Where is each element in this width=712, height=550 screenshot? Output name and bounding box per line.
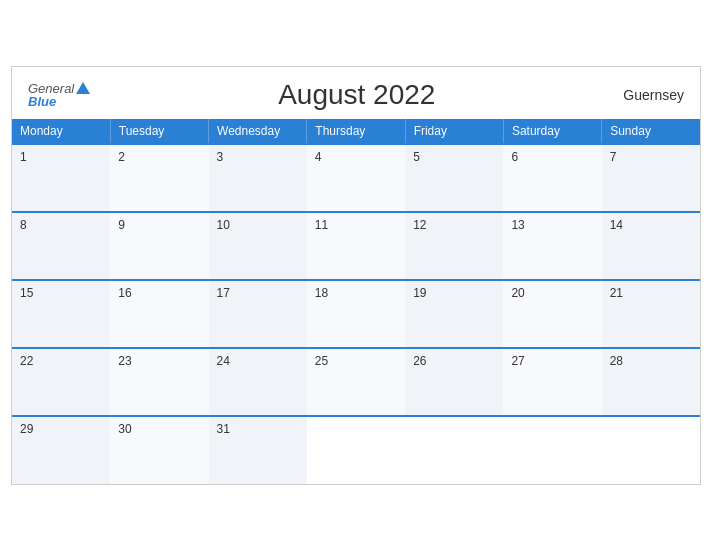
calendar-day-cell: 30 [110,416,208,484]
day-number: 3 [217,150,224,164]
weekday-header-row: Monday Tuesday Wednesday Thursday Friday… [12,119,700,144]
col-saturday: Saturday [503,119,601,144]
day-number: 31 [217,422,230,436]
day-number: 9 [118,218,125,232]
day-number: 11 [315,218,328,232]
calendar-day-cell [405,416,503,484]
day-number: 17 [217,286,230,300]
calendar-day-cell: 9 [110,212,208,280]
day-number: 22 [20,354,33,368]
col-sunday: Sunday [602,119,700,144]
day-number: 15 [20,286,33,300]
day-number: 6 [511,150,518,164]
calendar-day-cell: 2 [110,144,208,212]
day-number: 18 [315,286,328,300]
calendar-day-cell: 5 [405,144,503,212]
day-number: 28 [610,354,623,368]
day-number: 10 [217,218,230,232]
calendar-day-cell: 19 [405,280,503,348]
logo-triangle-icon [76,82,90,94]
calendar-day-cell: 14 [602,212,700,280]
col-wednesday: Wednesday [209,119,307,144]
calendar-day-cell: 24 [209,348,307,416]
calendar-day-cell [602,416,700,484]
calendar-day-cell: 16 [110,280,208,348]
calendar-week-row: 293031 [12,416,700,484]
month-title: August 2022 [278,79,435,111]
calendar-week-row: 1234567 [12,144,700,212]
day-number: 16 [118,286,131,300]
day-number: 2 [118,150,125,164]
calendar-day-cell: 1 [12,144,110,212]
logo-general-text: General [28,82,74,95]
region-label: Guernsey [623,87,684,103]
calendar-day-cell: 28 [602,348,700,416]
day-number: 26 [413,354,426,368]
calendar-day-cell: 10 [209,212,307,280]
calendar-day-cell: 11 [307,212,405,280]
calendar-day-cell: 31 [209,416,307,484]
day-number: 24 [217,354,230,368]
day-number: 14 [610,218,623,232]
calendar-day-cell: 12 [405,212,503,280]
calendar-grid: Monday Tuesday Wednesday Thursday Friday… [12,119,700,484]
day-number: 23 [118,354,131,368]
day-number: 8 [20,218,27,232]
day-number: 1 [20,150,27,164]
day-number: 5 [413,150,420,164]
calendar-day-cell: 20 [503,280,601,348]
day-number: 19 [413,286,426,300]
col-thursday: Thursday [307,119,405,144]
calendar-header: General Blue August 2022 Guernsey [12,67,700,119]
calendar-day-cell: 26 [405,348,503,416]
logo: General Blue [28,82,90,108]
col-friday: Friday [405,119,503,144]
calendar-day-cell [307,416,405,484]
calendar-day-cell: 29 [12,416,110,484]
calendar-container: General Blue August 2022 Guernsey Monday… [11,66,701,485]
calendar-day-cell: 3 [209,144,307,212]
day-number: 12 [413,218,426,232]
calendar-week-row: 15161718192021 [12,280,700,348]
col-monday: Monday [12,119,110,144]
calendar-day-cell: 13 [503,212,601,280]
day-number: 30 [118,422,131,436]
calendar-day-cell: 21 [602,280,700,348]
calendar-day-cell [503,416,601,484]
logo-blue-text: Blue [28,95,56,108]
day-number: 7 [610,150,617,164]
day-number: 13 [511,218,524,232]
calendar-day-cell: 7 [602,144,700,212]
day-number: 21 [610,286,623,300]
calendar-day-cell: 15 [12,280,110,348]
calendar-day-cell: 4 [307,144,405,212]
calendar-day-cell: 17 [209,280,307,348]
calendar-day-cell: 23 [110,348,208,416]
day-number: 25 [315,354,328,368]
col-tuesday: Tuesday [110,119,208,144]
day-number: 4 [315,150,322,164]
day-number: 27 [511,354,524,368]
day-number: 20 [511,286,524,300]
calendar-week-row: 22232425262728 [12,348,700,416]
calendar-day-cell: 27 [503,348,601,416]
calendar-day-cell: 6 [503,144,601,212]
calendar-week-row: 891011121314 [12,212,700,280]
calendar-day-cell: 22 [12,348,110,416]
calendar-day-cell: 18 [307,280,405,348]
day-number: 29 [20,422,33,436]
calendar-day-cell: 8 [12,212,110,280]
calendar-day-cell: 25 [307,348,405,416]
